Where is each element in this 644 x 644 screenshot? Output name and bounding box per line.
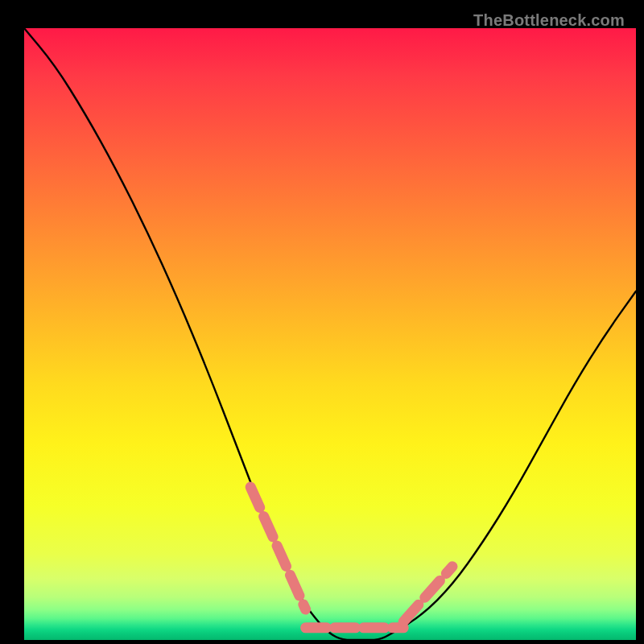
highlight-left — [250, 487, 305, 609]
bottleneck-curve — [24, 28, 636, 640]
highlight-right — [403, 567, 452, 621]
chart-frame: TheBottleneck.com — [8, 8, 636, 636]
plot-area — [24, 28, 636, 640]
curve-svg — [24, 28, 636, 640]
watermark-text: TheBottleneck.com — [473, 11, 625, 30]
